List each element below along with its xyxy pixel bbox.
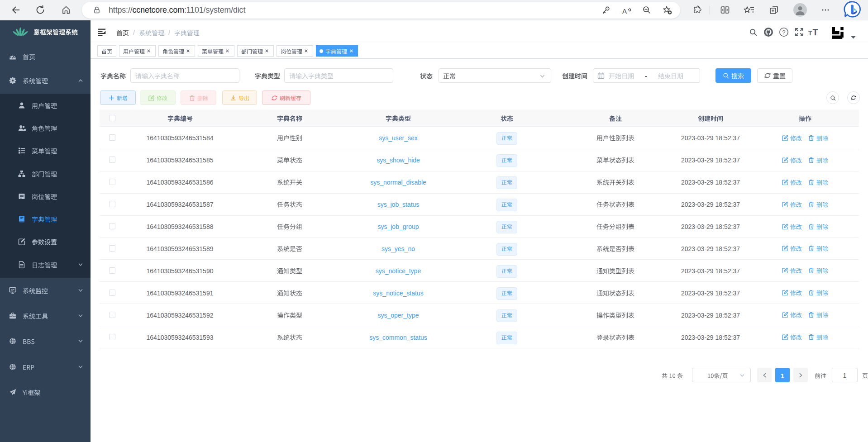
svg-text:T: T — [813, 27, 818, 37]
svg-text:?: ? — [782, 29, 786, 36]
svg-text:A: A — [622, 7, 627, 15]
svg-text:T: T — [808, 29, 812, 37]
